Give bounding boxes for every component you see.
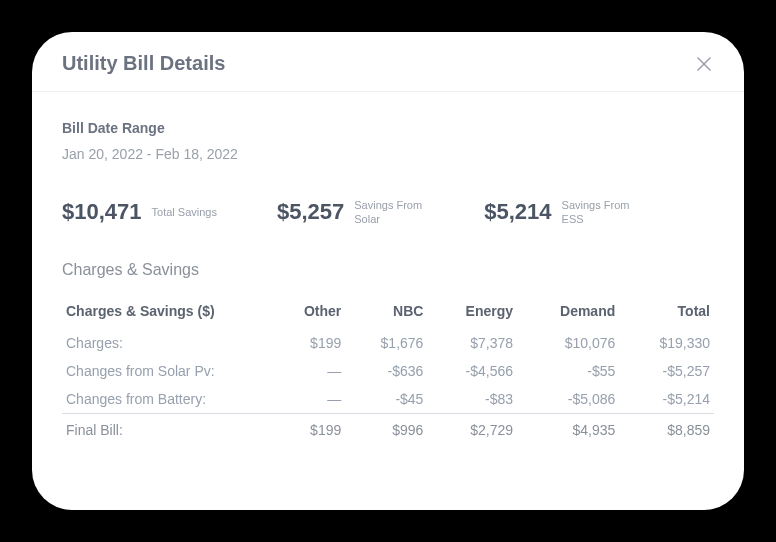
col-energy: Energy (427, 297, 517, 329)
table-row: Charges: $199 $1,676 $7,378 $10,076 $19,… (62, 329, 714, 357)
cell: $1,676 (345, 329, 427, 357)
cell: -$55 (517, 357, 619, 385)
utility-bill-card: Utility Bill Details Bill Date Range Jan… (32, 32, 744, 510)
metric-solar-savings: $5,257 Savings From Solar (277, 198, 424, 227)
cell: -$5,257 (619, 357, 714, 385)
card-title: Utility Bill Details (62, 52, 225, 75)
close-icon (697, 57, 711, 71)
table-header-row: Charges & Savings ($) Other NBC Energy D… (62, 297, 714, 329)
cell: $10,076 (517, 329, 619, 357)
cell: -$45 (345, 385, 427, 414)
metric-ess-savings: $5,214 Savings From ESS (484, 198, 631, 227)
charges-section-title: Charges & Savings (62, 261, 714, 279)
table-row: Changes from Solar Pv: — -$636 -$4,566 -… (62, 357, 714, 385)
cell: -$4,566 (427, 357, 517, 385)
metric-value: $5,257 (277, 199, 344, 225)
table-row-final: Final Bill: $199 $996 $2,729 $4,935 $8,8… (62, 413, 714, 444)
cell: $7,378 (427, 329, 517, 357)
bill-date-label: Bill Date Range (62, 120, 714, 136)
col-nbc: NBC (345, 297, 427, 329)
close-button[interactable] (694, 54, 714, 74)
card-header: Utility Bill Details (32, 32, 744, 92)
cell: $4,935 (517, 413, 619, 444)
row-label: Charges: (62, 329, 272, 357)
bill-date-range: Jan 20, 2022 - Feb 18, 2022 (62, 146, 714, 162)
cell: — (272, 357, 345, 385)
cell: -$83 (427, 385, 517, 414)
table-row: Changes from Battery: — -$45 -$83 -$5,08… (62, 385, 714, 414)
cell: $199 (272, 329, 345, 357)
col-other: Other (272, 297, 345, 329)
metric-label: Savings From ESS (562, 198, 632, 227)
charges-table: Charges & Savings ($) Other NBC Energy D… (62, 297, 714, 444)
row-label: Changes from Solar Pv: (62, 357, 272, 385)
cell: -$636 (345, 357, 427, 385)
metric-label: Total Savings (152, 205, 217, 219)
cell: $19,330 (619, 329, 714, 357)
cell: $2,729 (427, 413, 517, 444)
cell: -$5,214 (619, 385, 714, 414)
row-label: Final Bill: (62, 413, 272, 444)
table-header-label: Charges & Savings ($) (62, 297, 272, 329)
col-total: Total (619, 297, 714, 329)
cell: $199 (272, 413, 345, 444)
cell: $8,859 (619, 413, 714, 444)
row-label: Changes from Battery: (62, 385, 272, 414)
metrics-row: $10,471 Total Savings $5,257 Savings Fro… (62, 198, 714, 227)
cell: $996 (345, 413, 427, 444)
metric-total-savings: $10,471 Total Savings (62, 198, 217, 227)
col-demand: Demand (517, 297, 619, 329)
card-body: Bill Date Range Jan 20, 2022 - Feb 18, 2… (32, 92, 744, 510)
cell: -$5,086 (517, 385, 619, 414)
metric-value: $10,471 (62, 199, 142, 225)
metric-label: Savings From Solar (354, 198, 424, 227)
metric-value: $5,214 (484, 199, 551, 225)
cell: — (272, 385, 345, 414)
